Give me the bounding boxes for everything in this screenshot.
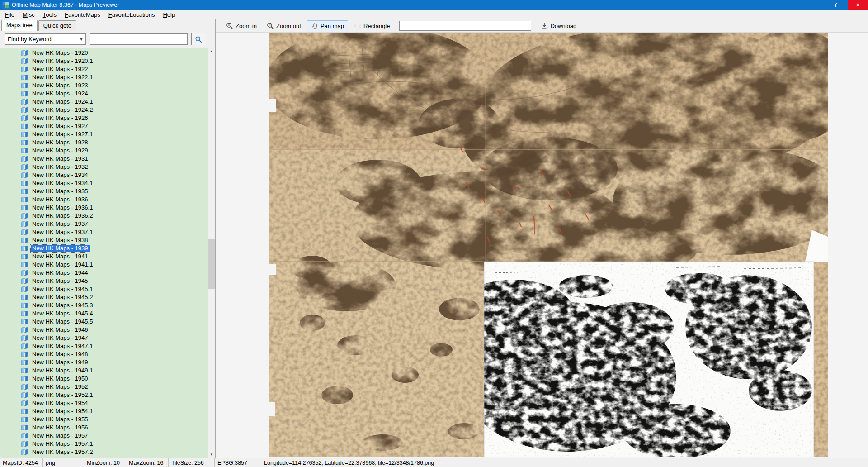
tree-item[interactable]: New HK Maps - 1941 <box>0 253 208 261</box>
keyword-search-input[interactable] <box>90 33 188 45</box>
minimize-button[interactable] <box>807 0 827 10</box>
toolbar-text-input[interactable] <box>399 21 531 31</box>
menu-item-file[interactable]: File <box>1 10 19 19</box>
rectangle-select-icon <box>354 22 361 29</box>
tree-item[interactable]: New HK Maps - 1920 <box>0 49 208 57</box>
status-segment: MapsID: 4254 <box>0 458 43 467</box>
find-by-dropdown[interactable]: Find by Keyword ▼ <box>5 33 86 45</box>
tree-item[interactable]: New HK Maps - 1941.1 <box>0 261 208 269</box>
tree-item[interactable]: New HK Maps - 1924 <box>0 90 208 98</box>
tree-item-label: New HK Maps - 1924.1 <box>31 98 94 105</box>
menu-item-favoritelocations[interactable]: FavoriteLocations <box>104 10 159 19</box>
hand-icon <box>311 22 318 29</box>
tree-item[interactable]: New HK Maps - 1955 <box>0 415 208 424</box>
map-image <box>269 33 828 457</box>
menu-item-misc[interactable]: Misc <box>19 10 39 19</box>
zoom-out-button[interactable]: Zoom out <box>263 20 305 31</box>
tree-item-label: New HK Maps - 1932 <box>31 163 90 171</box>
scroll-down-arrow[interactable]: ▼ <box>208 451 215 458</box>
tab-quick-goto[interactable]: Quick goto <box>38 20 76 31</box>
tree-item[interactable]: New HK Maps - 1934.1 <box>0 179 208 187</box>
tree-item[interactable]: New HK Maps - 1957 <box>0 432 208 440</box>
map-icon <box>21 172 28 178</box>
tree-item-label: New HK Maps - 1948 <box>31 351 90 358</box>
tree-item[interactable]: New HK Maps - 1950 <box>0 375 208 383</box>
tree-item-label: New HK Maps - 1937 <box>31 220 90 228</box>
map-icon <box>21 286 28 292</box>
search-button[interactable] <box>191 33 205 45</box>
map-icon <box>21 139 28 146</box>
tree-item[interactable]: New HK Maps - 1926 <box>0 114 208 122</box>
tree-item[interactable]: New HK Maps - 1923 <box>0 81 208 90</box>
map-viewer[interactable] <box>216 33 868 458</box>
tree-item[interactable]: New HK Maps - 1945.4 <box>0 310 208 318</box>
tree-item[interactable]: New HK Maps - 1952.1 <box>0 391 208 399</box>
map-icon <box>21 188 28 195</box>
menu-item-help[interactable]: Help <box>159 10 179 19</box>
tree-item[interactable]: New HK Maps - 1946 <box>0 326 208 334</box>
tree-item[interactable]: New HK Maps - 1945.1 <box>0 285 208 293</box>
zoom-in-button[interactable]: Zoom in <box>222 20 261 31</box>
map-icon <box>21 221 28 227</box>
tree-item[interactable]: New HK Maps - 1938 <box>0 236 208 244</box>
tree-item[interactable]: New HK Maps - 1947 <box>0 334 208 342</box>
scroll-up-arrow[interactable]: ▲ <box>208 48 215 55</box>
status-segment: MinZoom: 10 <box>84 458 126 467</box>
tab-maps-tree[interactable]: Maps tree <box>1 20 38 31</box>
tree-item-label: New HK Maps - 1954.1 <box>31 408 94 415</box>
restore-button[interactable] <box>827 0 848 10</box>
tree-item[interactable]: New HK Maps - 1929 <box>0 147 208 155</box>
tree-item-label: New HK Maps - 1946 <box>31 326 90 334</box>
tree-item[interactable]: New HK Maps - 1954.1 <box>0 407 208 415</box>
tree-item[interactable]: New HK Maps - 1948 <box>0 350 208 358</box>
tree-item[interactable]: New HK Maps - 1947.1 <box>0 342 208 350</box>
tree-item[interactable]: New HK Maps - 1922.1 <box>0 73 208 81</box>
map-toolbar: Zoom in Zoom out Pan map <box>216 19 868 33</box>
tree-item[interactable]: New HK Maps - 1949 <box>0 358 208 367</box>
tree-item[interactable]: New HK Maps - 1927.1 <box>0 130 208 138</box>
tree-item[interactable]: New HK Maps - 1945.5 <box>0 318 208 326</box>
tree-item[interactable]: New HK Maps - 1937.1 <box>0 228 208 236</box>
tree-item[interactable]: New HK Maps - 1954 <box>0 399 208 407</box>
tree-item[interactable]: New HK Maps - 1945.2 <box>0 293 208 301</box>
map-icon <box>21 196 28 203</box>
tree-item-label: New HK Maps - 1950 <box>31 375 90 382</box>
tree-item[interactable]: New HK Maps - 1935 <box>0 187 208 195</box>
pan-map-button[interactable]: Pan map <box>307 20 348 31</box>
tree-item[interactable]: New HK Maps - 1952 <box>0 383 208 391</box>
tree-item[interactable]: New HK Maps - 1945 <box>0 277 208 285</box>
tree-item[interactable]: New HK Maps - 1944 <box>0 269 208 277</box>
tree-item[interactable]: New HK Maps - 1937 <box>0 220 208 228</box>
close-button[interactable]: × <box>848 0 868 10</box>
tree-item[interactable]: New HK Maps - 1924.1 <box>0 98 208 106</box>
tree-item[interactable]: New HK Maps - 1924.2 <box>0 106 208 114</box>
menu-item-favoritemaps[interactable]: FavoriteMaps <box>61 10 104 19</box>
tree-item[interactable]: New HK Maps - 1922 <box>0 65 208 73</box>
tree-item[interactable]: New HK Maps - 1957.1 <box>0 440 208 448</box>
tree-item[interactable]: New HK Maps - 1956 <box>0 424 208 432</box>
download-button[interactable]: Download <box>537 20 580 31</box>
tree-item[interactable]: New HK Maps - 1957.2 <box>0 448 208 456</box>
tree-item-label: New HK Maps - 1927.1 <box>31 131 94 138</box>
map-icon <box>21 123 28 129</box>
tree-item[interactable]: New HK Maps - 1936 <box>0 195 208 204</box>
tree-item[interactable]: New HK Maps - 1936.2 <box>0 212 208 220</box>
menu-item-tools[interactable]: Tools <box>39 10 61 19</box>
status-segment: TileSize: 256 <box>169 458 215 467</box>
tree-item[interactable]: New HK Maps - 1932 <box>0 163 208 171</box>
tree-item[interactable]: New HK Maps - 1927 <box>0 122 208 130</box>
tree-item[interactable]: New HK Maps - 1928 <box>0 138 208 147</box>
tree-item[interactable]: New HK Maps - 1945.3 <box>0 301 208 310</box>
rectangle-button[interactable]: Rectangle <box>350 20 394 31</box>
scrollbar-thumb[interactable] <box>208 239 215 289</box>
tree-item-label: New HK Maps - 1927 <box>31 123 90 130</box>
tree-item[interactable]: New HK Maps - 1920.1 <box>0 57 208 65</box>
map-icon <box>21 58 28 64</box>
tree-item[interactable]: New HK Maps - 1949.1 <box>0 367 208 375</box>
tree-item[interactable]: New HK Maps - 1936.1 <box>0 204 208 212</box>
tree-item-label: New HK Maps - 1922 <box>31 66 90 73</box>
tree-item[interactable]: New HK Maps - 1931 <box>0 155 208 163</box>
tree-item[interactable]: New HK Maps - 1939 <box>0 244 208 253</box>
tree-item[interactable]: New HK Maps - 1934 <box>0 171 208 179</box>
tree-scrollbar[interactable]: ▲ ▼ <box>208 48 215 458</box>
